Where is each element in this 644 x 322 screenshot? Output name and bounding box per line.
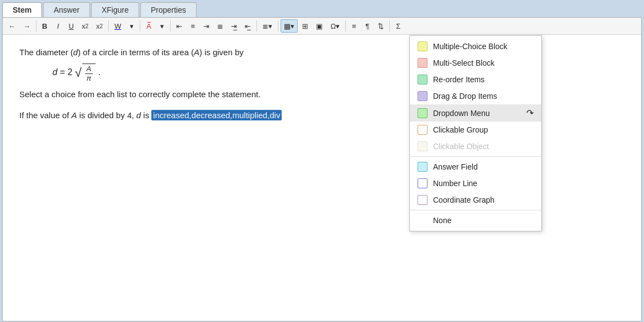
table-button[interactable]: ⊞	[299, 19, 312, 33]
menu-item-multi-select-label: Multi-Select Block	[433, 59, 494, 67]
swatch-multi-select	[418, 58, 427, 68]
sep4	[170, 20, 171, 31]
menu-item-number-line[interactable]: Number Line	[410, 175, 541, 192]
menu-item-drag-drop[interactable]: Drag & Drop Items	[410, 88, 541, 104]
sep3	[140, 20, 140, 31]
fraction: A π	[85, 65, 93, 82]
menu-item-clickable-group[interactable]: Clickable Group	[410, 122, 541, 138]
undo-button[interactable]: ←	[5, 19, 19, 33]
menu-item-clickable-group-label: Clickable Group	[433, 125, 488, 134]
formula-period: .	[98, 67, 101, 77]
menu-item-clickable-object: Clickable Object	[410, 138, 541, 155]
sep8	[389, 20, 390, 31]
tab-xfigure[interactable]: XFigure	[91, 2, 139, 17]
align-center-button[interactable]: ≡	[187, 19, 199, 33]
dropdown-highlight[interactable]: increased,decreased,multiplied,div	[151, 110, 282, 120]
align-justify-button[interactable]: ≣	[214, 19, 226, 33]
special1-button[interactable]: ≡	[348, 19, 360, 33]
swatch-coordinate-graph	[418, 195, 427, 205]
cursor-icon: ↷	[526, 108, 534, 118]
tab-answer[interactable]: Answer	[43, 2, 90, 17]
menu-item-reorder[interactable]: Re-order Items	[410, 71, 541, 88]
superscript-button[interactable]: x2	[93, 19, 106, 33]
sigma-button[interactable]: Σ	[392, 19, 404, 33]
swatch-drag-drop	[418, 91, 427, 101]
block-insert-button[interactable]: ▩▾	[281, 19, 298, 33]
toolbar: ← → B I U x2 x2 W ▾ A̅ ▾ ⇤ ≡ ⇥ ≣ ⇥̲ ⇤̲ ≣…	[3, 18, 641, 35]
align-right-button[interactable]: ⇥	[200, 19, 213, 33]
sqrt-wrapper: √ A π	[75, 64, 96, 82]
var-a: A	[194, 47, 199, 57]
menu-item-multiple-choice[interactable]: Multiple-Choice Block	[410, 38, 541, 55]
swatch-answer-field	[418, 162, 427, 172]
subscript-button[interactable]: x2	[78, 19, 92, 33]
fraction-denominator: π	[85, 74, 93, 83]
sep7	[345, 20, 346, 31]
menu-item-drag-drop-label: Drag & Drop Items	[433, 92, 497, 101]
underline-button[interactable]: U	[65, 19, 77, 33]
tab-properties[interactable]: Properties	[140, 2, 197, 17]
sep6	[278, 20, 278, 31]
menu-item-multiple-choice-label: Multiple-Choice Block	[433, 42, 508, 51]
indent-decrease-button[interactable]: ⇤̲	[241, 19, 254, 33]
formula-equals: = 2	[60, 67, 72, 77]
image-button[interactable]: ▣	[313, 19, 326, 33]
tabs-bar: Stem Answer XFigure Properties	[2, 2, 642, 17]
menu-item-clickable-object-label: Clickable Object	[433, 142, 489, 151]
var-a2: A	[71, 110, 77, 120]
menu-item-reorder-label: Re-order Items	[433, 75, 484, 84]
list-button[interactable]: ≣▾	[259, 19, 276, 33]
fraction-numerator: A	[85, 65, 93, 73]
menu-item-multi-select[interactable]: Multi-Select Block	[410, 55, 541, 71]
sort-button[interactable]: ⇅	[374, 19, 387, 33]
formula-d-equals: d	[52, 67, 57, 77]
menu-item-coordinate-graph[interactable]: Coordinate Graph	[410, 192, 541, 208]
menu-item-answer-field-label: Answer Field	[433, 162, 478, 171]
var-d: d	[73, 47, 78, 57]
swatch-clickable-object	[418, 141, 427, 151]
swatch-multiple-choice	[418, 41, 427, 51]
omega-button[interactable]: Ω▾	[327, 19, 343, 33]
indent-increase-button[interactable]: ⇥̲	[228, 19, 240, 33]
menu-item-dropdown-menu-label: Dropdown Menu	[433, 109, 490, 118]
menu-item-answer-field[interactable]: Answer Field	[410, 159, 541, 175]
menu-item-none[interactable]: None	[410, 212, 541, 229]
swatch-clickable-group	[418, 125, 427, 135]
pilcrow-button[interactable]: ¶	[361, 19, 373, 33]
italic-button[interactable]: I	[52, 19, 64, 33]
font-size-button[interactable]: A̅	[142, 19, 155, 33]
main-container: Stem Answer XFigure Properties ← → B I U…	[0, 0, 644, 322]
dropdown-menu: Multiple-Choice Block Multi-Select Block…	[409, 35, 542, 231]
align-left-button[interactable]: ⇤	[173, 19, 186, 33]
dropdown-separator	[410, 156, 541, 157]
color-button[interactable]: W	[111, 19, 124, 33]
menu-item-number-line-label: Number Line	[433, 179, 477, 188]
menu-item-dropdown-menu[interactable]: Dropdown Menu ↷	[410, 104, 541, 122]
sep2	[108, 20, 109, 31]
redo-button[interactable]: →	[20, 19, 34, 33]
swatch-none	[418, 215, 427, 225]
swatch-number-line	[418, 178, 427, 188]
sep1	[36, 20, 36, 31]
swatch-reorder	[418, 75, 427, 85]
swatch-dropdown-menu	[418, 108, 427, 118]
editor-content: The diameter (d) of a circle in terms of…	[3, 35, 641, 133]
dropdown-sep-btn[interactable]: ▾	[125, 19, 138, 33]
menu-item-coordinate-graph-label: Coordinate Graph	[433, 196, 494, 204]
bold-button[interactable]: B	[39, 19, 51, 33]
var-d2: d	[136, 110, 141, 120]
dropdown-separator2	[410, 210, 541, 210]
editor-wrapper: ← → B I U x2 x2 W ▾ A̅ ▾ ⇤ ≡ ⇥ ≣ ⇥̲ ⇤̲ ≣…	[2, 17, 642, 321]
tab-stem[interactable]: Stem	[2, 2, 42, 17]
sqrt-content: A π	[82, 64, 96, 82]
font-dropdown[interactable]: ▾	[156, 19, 168, 33]
menu-item-none-label: None	[433, 216, 451, 225]
sep5	[256, 20, 257, 31]
sqrt-symbol: √	[75, 67, 82, 79]
